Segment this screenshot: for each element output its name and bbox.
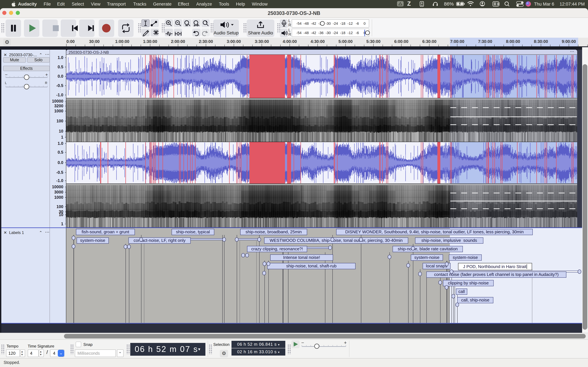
svg-text:86%: 86% <box>444 1 454 7</box>
svg-text:⌘: ⌘ <box>496 2 500 6</box>
svg-text:Z: Z <box>407 1 411 7</box>
